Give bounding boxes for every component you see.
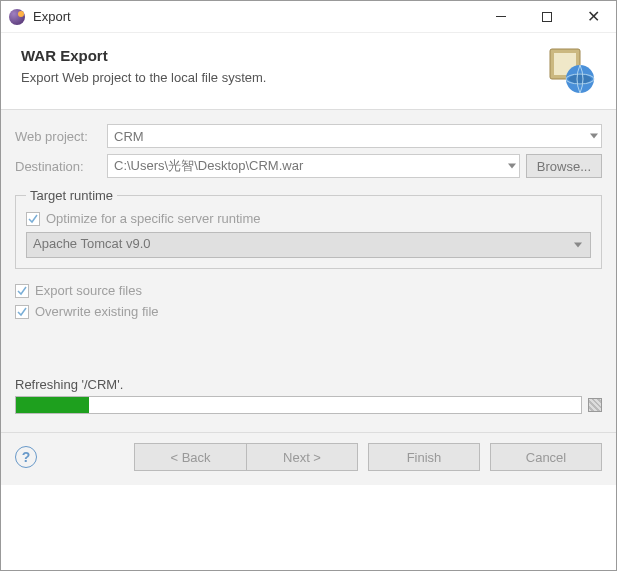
minimize-button[interactable] (478, 1, 524, 33)
minimize-icon (496, 16, 506, 17)
web-project-label: Web project: (15, 129, 107, 144)
destination-combo[interactable] (107, 154, 520, 178)
help-icon: ? (22, 449, 31, 465)
dialog-header: WAR Export Export Web project to the loc… (1, 33, 616, 110)
eclipse-icon (9, 9, 25, 25)
check-icon (17, 307, 27, 317)
progress-bar (15, 396, 582, 414)
optimize-checkbox[interactable] (26, 212, 40, 226)
next-button[interactable]: Next > (246, 443, 358, 471)
web-project-combo[interactable] (107, 124, 602, 148)
page-title: WAR Export (21, 47, 548, 64)
check-icon (28, 214, 38, 224)
stop-button[interactable] (588, 398, 602, 412)
page-description: Export Web project to the local file sys… (21, 70, 548, 85)
overwrite-checkbox[interactable] (15, 305, 29, 319)
titlebar: Export ✕ (1, 1, 616, 33)
window-controls: ✕ (478, 1, 616, 33)
progress-label: Refreshing '/CRM'. (15, 377, 602, 392)
maximize-icon (542, 12, 552, 22)
browse-button[interactable]: Browse... (526, 154, 602, 178)
target-runtime-group: Target runtime Optimize for a specific s… (15, 188, 602, 269)
maximize-button[interactable] (524, 1, 570, 33)
destination-label: Destination: (15, 159, 107, 174)
window-title: Export (33, 9, 478, 24)
progress-fill (16, 397, 89, 413)
runtime-select[interactable]: Apache Tomcat v9.0 (26, 232, 591, 258)
optimize-label: Optimize for a specific server runtime (46, 211, 261, 226)
form-content: Web project: Destination: Browse... Targ… (1, 110, 616, 319)
dialog-footer: ? < Back Next > Finish Cancel (1, 432, 616, 485)
help-button[interactable]: ? (15, 446, 37, 468)
overwrite-label: Overwrite existing file (35, 304, 159, 319)
export-source-label: Export source files (35, 283, 142, 298)
target-runtime-legend: Target runtime (26, 188, 117, 203)
close-icon: ✕ (587, 9, 600, 25)
finish-button[interactable]: Finish (368, 443, 480, 471)
check-icon (17, 286, 27, 296)
chevron-down-icon (574, 243, 582, 248)
back-button[interactable]: < Back (134, 443, 246, 471)
export-war-icon (548, 47, 596, 95)
progress-section: Refreshing '/CRM'. (1, 377, 616, 414)
export-source-checkbox[interactable] (15, 284, 29, 298)
runtime-selected-value: Apache Tomcat v9.0 (33, 236, 151, 251)
close-button[interactable]: ✕ (570, 1, 616, 33)
cancel-button[interactable]: Cancel (490, 443, 602, 471)
